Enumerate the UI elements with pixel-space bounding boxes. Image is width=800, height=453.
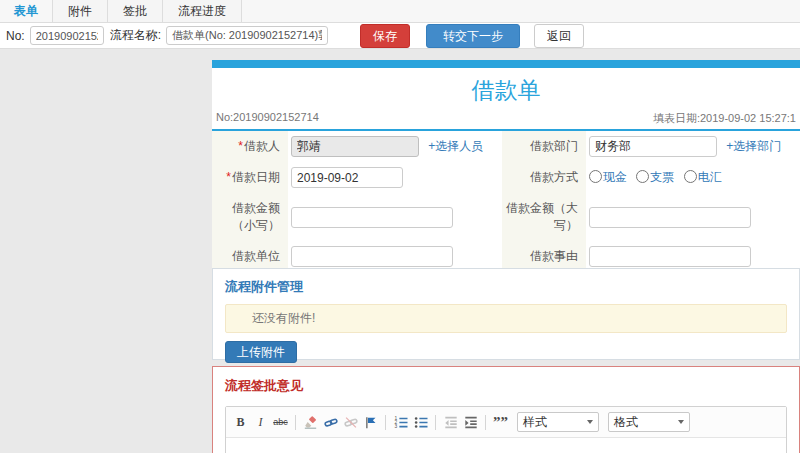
remove-format-icon[interactable] bbox=[303, 414, 318, 430]
required-mark: * bbox=[226, 170, 231, 184]
style-combo-label: 样式 bbox=[523, 414, 547, 431]
amount-big-cell bbox=[586, 193, 800, 241]
svg-text:3: 3 bbox=[394, 424, 397, 429]
attachments-title: 流程附件管理 bbox=[225, 278, 787, 296]
form-date-text: 填表日期:2019-09-02 15:27:1 bbox=[653, 111, 796, 126]
approval-panel: 流程签批意见 B I abc bbox=[212, 366, 800, 453]
italic-icon[interactable]: I bbox=[253, 414, 268, 430]
loan-date-cell bbox=[288, 162, 502, 193]
amount-big-label: 借款金额（大写） bbox=[502, 193, 586, 241]
style-combo[interactable]: 样式 bbox=[517, 412, 599, 432]
outdent-icon[interactable] bbox=[443, 414, 458, 430]
form-row-borrower: *借款人 +选择人员 借款部门 +选择部门 bbox=[212, 131, 800, 162]
reason-input[interactable] bbox=[589, 246, 751, 267]
wire-radio[interactable] bbox=[684, 170, 697, 183]
loan-form-panel: 借款单 No:20190902152714 填表日期:2019-09-02 15… bbox=[212, 60, 800, 276]
numbered-list-icon[interactable]: 123 bbox=[393, 414, 408, 430]
approval-title: 流程签批意见 bbox=[225, 377, 787, 395]
dept-input[interactable] bbox=[589, 136, 717, 157]
next-step-button[interactable]: 转交下一步 bbox=[426, 24, 520, 48]
loan-form-table: *借款人 +选择人员 借款部门 +选择部门 *借款日期 借款方式 现金 bbox=[212, 131, 800, 272]
app-window: 表单 附件 签批 流程进度 No: 流程名称: 保存 转交下一步 返回 借款单 … bbox=[0, 0, 800, 453]
dept-cell: +选择部门 bbox=[586, 131, 800, 162]
method-radio-cash[interactable]: 现金 bbox=[589, 170, 627, 184]
anchor-flag-icon[interactable] bbox=[363, 414, 378, 430]
toolbar-divider bbox=[385, 415, 386, 430]
amount-small-label: 借款金额（小写） bbox=[212, 193, 288, 241]
method-cell: 现金 支票 电汇 bbox=[586, 162, 800, 193]
bold-icon[interactable]: B bbox=[233, 414, 248, 430]
method-radio-cheque[interactable]: 支票 bbox=[636, 170, 674, 184]
unit-input[interactable] bbox=[291, 246, 453, 267]
borrower-cell: +选择人员 bbox=[288, 131, 502, 162]
loan-date-input[interactable] bbox=[291, 167, 403, 188]
cheque-radio[interactable] bbox=[636, 170, 649, 183]
cash-radio[interactable] bbox=[589, 170, 602, 183]
caret-down-icon bbox=[678, 420, 684, 424]
form-row-amounts: 借款金额（小写） 借款金额（大写） bbox=[212, 193, 800, 241]
amount-small-input[interactable] bbox=[291, 207, 453, 228]
no-attachments-alert: 还没有附件! bbox=[225, 304, 787, 333]
amount-big-input[interactable] bbox=[589, 207, 751, 228]
format-combo[interactable]: 格式 bbox=[608, 412, 690, 432]
attachments-panel: 流程附件管理 还没有附件! 上传附件 bbox=[212, 268, 800, 360]
amount-small-cell bbox=[288, 193, 502, 241]
upload-attachment-button[interactable]: 上传附件 bbox=[225, 341, 297, 363]
toolbar-divider bbox=[435, 415, 436, 430]
toolbar-divider bbox=[485, 415, 486, 430]
action-toolbar: No: 流程名称: 保存 转交下一步 返回 bbox=[0, 23, 800, 49]
editor-content-area[interactable] bbox=[226, 438, 786, 453]
no-label: No: bbox=[6, 29, 25, 43]
select-person-link[interactable]: +选择人员 bbox=[428, 139, 483, 153]
back-button[interactable]: 返回 bbox=[534, 24, 584, 48]
blockquote-icon[interactable]: ”” bbox=[493, 414, 508, 430]
save-button[interactable]: 保存 bbox=[360, 24, 410, 48]
tab-approval[interactable]: 签批 bbox=[107, 0, 163, 22]
flow-name-label: 流程名称: bbox=[110, 27, 161, 44]
form-no-text: No:20190902152714 bbox=[216, 111, 319, 126]
tab-form[interactable]: 表单 bbox=[0, 0, 53, 22]
unlink-icon[interactable] bbox=[343, 414, 358, 430]
borrower-input[interactable] bbox=[291, 136, 419, 157]
method-radio-wire[interactable]: 电汇 bbox=[684, 170, 722, 184]
toolbar-divider bbox=[295, 415, 296, 430]
loan-date-label: *借款日期 bbox=[212, 162, 288, 193]
tab-bar: 表单 附件 签批 流程进度 bbox=[0, 0, 800, 23]
form-meta-row: No:20190902152714 填表日期:2019-09-02 15:27:… bbox=[212, 109, 800, 129]
tab-progress[interactable]: 流程进度 bbox=[162, 0, 242, 22]
editor-toolbar: B I abc 123 bbox=[226, 407, 786, 438]
required-mark: * bbox=[238, 139, 243, 153]
form-title: 借款单 bbox=[212, 68, 800, 109]
borrower-label: *借款人 bbox=[212, 131, 288, 162]
tab-attachments[interactable]: 附件 bbox=[52, 0, 108, 22]
link-icon[interactable] bbox=[323, 414, 338, 430]
method-label: 借款方式 bbox=[502, 162, 586, 193]
strikethrough-icon[interactable]: abc bbox=[273, 414, 288, 430]
panel-accent-bar bbox=[212, 60, 800, 68]
select-dept-link[interactable]: +选择部门 bbox=[726, 139, 781, 153]
dept-label: 借款部门 bbox=[502, 131, 586, 162]
form-row-date-method: *借款日期 借款方式 现金 支票 电汇 bbox=[212, 162, 800, 193]
no-input[interactable] bbox=[30, 26, 104, 45]
bulleted-list-icon[interactable] bbox=[413, 414, 428, 430]
caret-down-icon bbox=[587, 420, 593, 424]
indent-icon[interactable] bbox=[463, 414, 478, 430]
format-combo-label: 格式 bbox=[614, 414, 638, 431]
rich-text-editor: B I abc 123 bbox=[225, 406, 787, 453]
flow-name-input[interactable] bbox=[166, 26, 328, 45]
